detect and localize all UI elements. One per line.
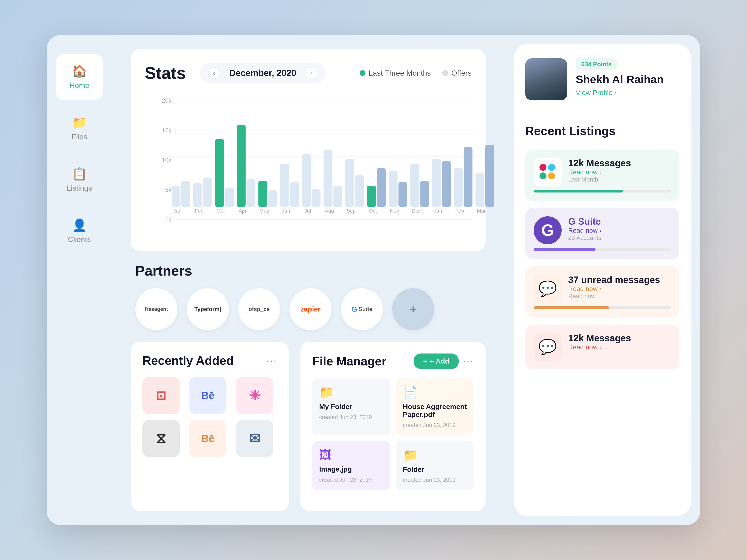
svg-rect-32: [464, 147, 472, 207]
listing-progress: [534, 306, 671, 309]
sidebar-item-clients[interactable]: 👤 Clients: [56, 208, 103, 254]
app-foursquare[interactable]: ⊡: [143, 377, 180, 414]
sidebar-item-files[interactable]: 📁 Files: [56, 105, 103, 152]
svg-text:Feb: Feb: [455, 208, 464, 214]
recently-added-title: Recently Added: [143, 353, 234, 368]
message-icon: 💬: [538, 280, 557, 297]
partner-freeagent[interactable]: freeagent: [135, 288, 177, 330]
listing-details: 12k Messages Read now ›: [568, 333, 671, 351]
stats-header: Stats ‹ December, 2020 › Last Three Mont…: [145, 63, 471, 83]
partner-gsuite[interactable]: G Suite: [341, 288, 383, 330]
svg-rect-31: [454, 168, 463, 207]
listing-action-link[interactable]: Read now ›: [568, 168, 671, 176]
file-item-agreement[interactable]: 📄 House Aggreement Paper.pdf created Jun…: [396, 378, 474, 435]
svg-text:May: May: [259, 208, 269, 214]
partner-add-button[interactable]: +: [392, 288, 434, 330]
svg-rect-30: [442, 161, 451, 207]
points-badge: 634 Points: [576, 58, 617, 70]
date-prev-button[interactable]: ‹: [208, 67, 220, 79]
partners-row: freeagent Typeform| ofsp_ce zapier G Sui…: [135, 288, 481, 330]
svg-rect-6: [181, 181, 190, 207]
gsuite-letter: G: [541, 221, 554, 240]
svg-text:Apr: Apr: [238, 208, 247, 214]
listing-action-link[interactable]: Read now ›: [568, 344, 671, 351]
legend-item-months: Last Three Months: [360, 69, 431, 77]
svg-text:Jan: Jan: [434, 208, 442, 214]
svg-text:Jun: Jun: [282, 208, 290, 214]
svg-rect-13: [258, 181, 267, 207]
svg-text:Aug: Aug: [325, 208, 334, 214]
file-item-myfolder[interactable]: 📁 My Folder created Jun 23, 2019: [312, 378, 390, 435]
svg-rect-23: [367, 186, 376, 207]
slack-dot-3: [539, 172, 546, 180]
partner-typeform[interactable]: Typeform|: [187, 288, 229, 330]
sidebar-item-listings[interactable]: 📋 Listings: [56, 156, 103, 203]
listing-card-top: 12k Messages Read now › Last Month: [534, 158, 671, 186]
listing-details: 12k Messages Read now › Last Month: [568, 158, 671, 183]
progress-fill: [534, 306, 609, 309]
current-date: December, 2020: [225, 68, 301, 78]
listing-card-top: 💬 12k Messages Read now ›: [534, 333, 671, 361]
listing-progress: [534, 190, 671, 192]
listing-card-top: 💬 37 unread messages Read now › Read now: [534, 275, 671, 303]
app-zendesk[interactable]: ⧖: [143, 420, 180, 457]
file-manager-menu[interactable]: ···: [463, 356, 474, 367]
recently-added-menu[interactable]: ···: [266, 355, 277, 366]
slack-icon: [539, 164, 556, 180]
svg-text:Dec: Dec: [412, 208, 421, 214]
avatar-image: [525, 58, 567, 100]
chart-legend: Last Three Months Offers: [360, 69, 471, 77]
svg-rect-21: [345, 159, 354, 207]
listing-action-link[interactable]: Read now ›: [568, 227, 671, 234]
partner-ofspace[interactable]: ofsp_ce: [238, 288, 280, 330]
slack-dot-4: [548, 172, 555, 180]
sidebar-item-home[interactable]: 🏠 Home: [56, 54, 103, 100]
svg-rect-18: [312, 189, 320, 207]
recent-listings-title: Recent Listings: [525, 124, 679, 138]
sidebar-item-listings-label: Listings: [67, 184, 92, 192]
profile-name: Shekh Al Raihan: [576, 73, 664, 86]
svg-rect-14: [268, 190, 277, 207]
listing-action-link[interactable]: Read now ›: [568, 285, 671, 293]
svg-rect-24: [377, 168, 386, 207]
legend-item-offers: Offers: [442, 69, 471, 77]
listing-card-top: G G Suite Read now › 23 Accounts: [534, 216, 671, 244]
add-label: + Add: [430, 357, 449, 365]
svg-rect-16: [290, 182, 299, 207]
svg-text:Sep: Sep: [346, 208, 356, 214]
svg-rect-11: [237, 125, 246, 207]
partner-zapier[interactable]: zapier: [289, 288, 332, 330]
file-item-image[interactable]: 🖼 Image.jpg created Jun 23, 2019: [312, 441, 390, 490]
legend-dot-gray: [442, 70, 448, 76]
stats-chart: 20k 15k 10k 5k: [145, 97, 471, 237]
file-date: created Jun 23, 2019: [403, 422, 467, 428]
date-next-button[interactable]: ›: [306, 67, 317, 79]
app-grid: ⊡ Bē ✳ ⧖ Bē ✉: [143, 377, 277, 457]
svg-text:Feb: Feb: [195, 208, 204, 214]
view-profile-link[interactable]: View Profile ›: [576, 89, 664, 97]
svg-rect-8: [203, 178, 212, 207]
app-mailchimp[interactable]: ✉: [236, 420, 273, 457]
stats-title: Stats: [145, 63, 186, 83]
svg-rect-26: [398, 182, 407, 207]
app-behance2[interactable]: Bē: [189, 420, 227, 457]
clients-icon: 👤: [72, 218, 87, 232]
app-asterisk[interactable]: ✳: [236, 377, 273, 414]
svg-rect-33: [475, 173, 484, 207]
file-date: created Jun 23, 2019: [319, 477, 383, 483]
partners-title: Partners: [135, 263, 481, 279]
listing-meta: Last Month: [568, 176, 671, 183]
file-item-folder2[interactable]: 📁 Folder created Jun 23, 2019: [396, 441, 474, 490]
file-date: created Jun 23, 2019: [403, 477, 467, 483]
file-add-button[interactable]: + + Add: [414, 353, 459, 369]
app-behance[interactable]: Bē: [189, 377, 227, 414]
listing-meta: 23 Accounts: [568, 234, 671, 241]
main-content: Stats ‹ December, 2020 › Last Three Mont…: [112, 35, 504, 525]
listings-icon: 📋: [72, 167, 87, 181]
svg-rect-10: [225, 188, 234, 207]
sidebar-item-clients-label: Clients: [68, 235, 91, 244]
slack-dot-1: [539, 164, 546, 171]
listing-details: 37 unread messages Read now › Read now: [568, 275, 671, 300]
svg-rect-9: [215, 139, 224, 207]
sidebar-item-files-label: Files: [72, 133, 87, 141]
